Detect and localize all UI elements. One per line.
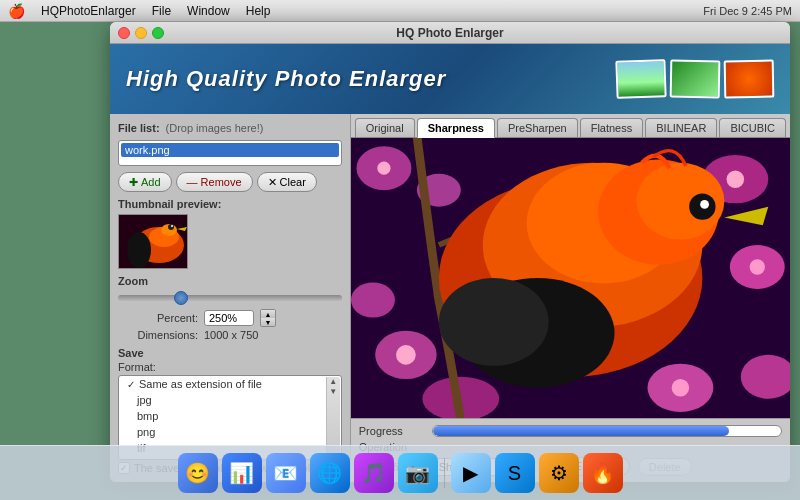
dock-divider (444, 458, 445, 488)
tab-original[interactable]: Original (355, 118, 415, 137)
scroll-down-arrow[interactable]: ▼ (329, 387, 337, 397)
plus-icon: ✚ (129, 176, 138, 189)
add-label: Add (141, 176, 161, 188)
dock-mail[interactable]: 📧 (266, 453, 306, 493)
thumbnail-bird-svg (119, 215, 188, 269)
minus-icon: — (187, 176, 198, 188)
image-preview (351, 138, 790, 418)
dock-dashboard[interactable]: 📊 (222, 453, 262, 493)
titlebar: HQ Photo Enlarger (110, 22, 790, 44)
apple-menu[interactable]: 🍎 (8, 3, 25, 19)
add-button[interactable]: ✚ Add (118, 172, 172, 192)
svg-point-22 (439, 278, 549, 366)
tab-bilinear[interactable]: BILINEAR (645, 118, 717, 137)
tab-bicubic[interactable]: BICUBIC (719, 118, 786, 137)
dock-safari[interactable]: 🌐 (310, 453, 350, 493)
close-button[interactable] (118, 27, 130, 39)
format-option-same[interactable]: Same as extension of file (119, 376, 341, 392)
zoom-label: Zoom (118, 275, 342, 287)
progress-row: Progress (359, 425, 782, 437)
tab-presharpen[interactable]: PreSharpen (497, 118, 578, 137)
window-title: HQ Photo Enlarger (396, 26, 503, 40)
help-menu[interactable]: Help (246, 4, 271, 18)
dock-itunes[interactable]: 🎵 (354, 453, 394, 493)
svg-point-33 (671, 379, 689, 397)
bird-image-svg (351, 138, 790, 418)
clear-label: Clear (280, 176, 306, 188)
thumbnail-section: Thumbnail preview: (118, 198, 342, 269)
menubar-datetime: Fri Dec 9 2:45 PM (703, 5, 792, 17)
header-photo-2 (670, 60, 721, 99)
tab-sharpness[interactable]: Sharpness (417, 118, 495, 138)
remove-button[interactable]: — Remove (176, 172, 253, 192)
progress-bar (433, 426, 729, 436)
zoom-dimensions-label: Dimensions: (128, 329, 198, 341)
svg-point-28 (703, 201, 707, 205)
header-title: High Quality Photo Enlarger (126, 66, 446, 92)
minimize-button[interactable] (135, 27, 147, 39)
zoom-slider-track[interactable] (118, 295, 342, 301)
main-window: HQ Photo Enlarger High Quality Photo Enl… (110, 22, 790, 482)
clear-button[interactable]: ✕ Clear (257, 172, 317, 192)
window-menu[interactable]: Window (187, 4, 230, 18)
format-label: Format: (118, 361, 342, 373)
zoom-dimensions-row: Dimensions: 1000 x 750 (128, 329, 342, 341)
file-list-label: File list: (118, 122, 160, 134)
remove-label: Remove (201, 176, 242, 188)
progress-bar-container (432, 425, 782, 437)
left-panel: File list: (Drop images here!) work.png … (110, 114, 351, 482)
progress-label: Progress (359, 425, 424, 437)
svg-point-32 (396, 345, 416, 365)
app-name: HQPhotoEnlarger (41, 4, 136, 18)
thumbnail-label: Thumbnail preview: (118, 198, 342, 210)
format-option-png[interactable]: png (119, 424, 341, 440)
header-photo-1 (615, 59, 666, 99)
stepper-up[interactable]: ▲ (261, 310, 275, 318)
save-label: Save (118, 347, 342, 359)
zoom-percent-label: Percent: (128, 312, 198, 324)
zoom-percent-input[interactable] (204, 310, 254, 326)
traffic-lights (118, 27, 164, 39)
scroll-up-arrow[interactable]: ▲ (329, 377, 337, 387)
dock-skype[interactable]: S (495, 453, 535, 493)
right-panel: Original Sharpness PreSharpen Flatness B… (351, 114, 790, 482)
file-item[interactable]: work.png (121, 143, 339, 157)
format-option-jpg[interactable]: jpg (119, 392, 341, 408)
clear-icon: ✕ (268, 176, 277, 189)
svg-point-5 (168, 224, 174, 230)
format-option-bmp[interactable]: bmp (119, 408, 341, 424)
header-photo-3 (724, 60, 775, 99)
zoom-section: Zoom Percent: ▲ ▼ Dimensions: (118, 275, 342, 341)
dock-misc2[interactable]: 🔥 (583, 453, 623, 493)
main-content: File list: (Drop images here!) work.png … (110, 114, 790, 482)
file-list-box[interactable]: work.png (118, 140, 342, 166)
button-row: ✚ Add — Remove ✕ Clear (118, 172, 342, 192)
svg-point-31 (749, 259, 764, 274)
dock: 😊 📊 📧 🌐 🎵 📷 ▶ S ⚙ 🔥 (0, 445, 800, 500)
zoom-percent-row: Percent: ▲ ▼ (128, 309, 342, 327)
file-list-header: File list: (Drop images here!) (118, 122, 342, 134)
svg-point-3 (127, 232, 151, 268)
header-photos (616, 60, 774, 98)
menubar-right: Fri Dec 9 2:45 PM (703, 5, 792, 17)
zoom-info: Percent: ▲ ▼ Dimensions: 1000 x 750 (118, 309, 342, 341)
zoom-button[interactable] (152, 27, 164, 39)
file-menu[interactable]: File (152, 4, 171, 18)
dock-quicktime[interactable]: ▶ (451, 453, 491, 493)
svg-point-13 (351, 282, 395, 317)
dock-iphoto[interactable]: 📷 (398, 453, 438, 493)
svg-point-29 (377, 162, 390, 175)
svg-point-6 (171, 225, 173, 227)
header-banner: High Quality Photo Enlarger (110, 44, 790, 114)
dock-finder[interactable]: 😊 (178, 453, 218, 493)
menubar: 🍎 HQPhotoEnlarger File Window Help Fri D… (0, 0, 800, 22)
file-list-hint: (Drop images here!) (166, 122, 264, 134)
zoom-dimensions-value: 1000 x 750 (204, 329, 258, 341)
svg-point-30 (726, 170, 744, 188)
tabs-bar: Original Sharpness PreSharpen Flatness B… (351, 114, 790, 138)
zoom-slider-thumb[interactable] (174, 291, 188, 305)
dock-misc1[interactable]: ⚙ (539, 453, 579, 493)
stepper-down[interactable]: ▼ (261, 318, 275, 326)
tab-flatness[interactable]: Flatness (580, 118, 644, 137)
zoom-stepper[interactable]: ▲ ▼ (260, 309, 276, 327)
